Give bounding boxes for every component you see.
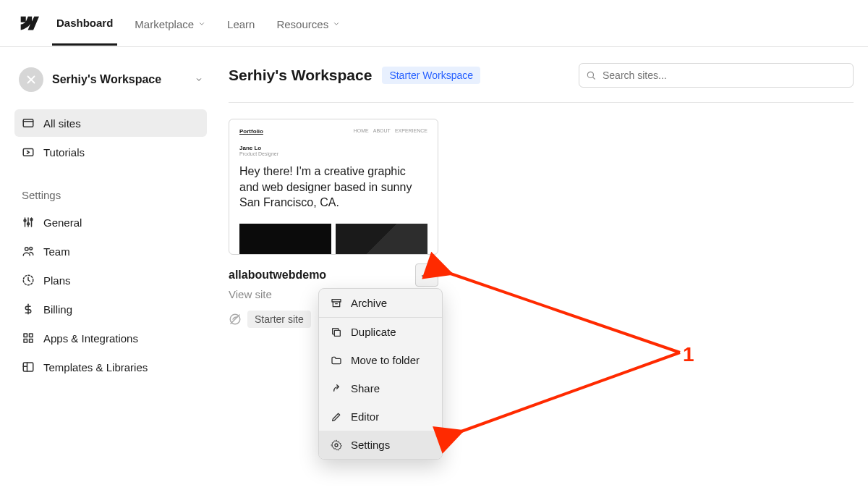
archive-icon [331,297,342,309]
sidebar-item-apps[interactable]: Apps & Integrations [14,324,207,352]
folder-icon [331,355,342,366]
webflow-logo[interactable] [17,12,39,34]
sidebar-settings: General Team Plans Billing Apps & Integr… [14,208,207,381]
gear-icon [331,439,342,451]
site-name: allaboutwebdemo [229,269,415,282]
dropdown-label: Archive [351,297,387,309]
dropdown-editor[interactable]: Editor [319,402,442,431]
dropdown-archive[interactable]: Archive [319,289,442,317]
duplicate-icon [331,326,342,338]
pencil-icon [331,411,342,423]
sidebar-item-label: Team [43,245,70,258]
more-options-button[interactable]: … [415,263,438,287]
sliders-icon [22,216,35,229]
dropdown-move-folder[interactable]: Move to folder [319,346,442,374]
sidebar-item-label: Tutorials [43,146,85,159]
search-container [579,63,854,88]
main-header: Serhiy's Workspace Starter Workspace [229,63,854,103]
plans-icon [22,274,35,287]
thumb-person: Jane Lo [239,145,427,151]
search-icon [586,70,596,80]
dropdown-label: Share [351,382,380,394]
sidebar-item-general[interactable]: General [14,208,207,236]
main-content: Serhiy's Workspace Starter Workspace Por… [214,47,868,415]
svg-line-25 [231,315,239,324]
svg-rect-18 [30,339,33,343]
nav-dashboard[interactable]: Dashboard [52,1,117,46]
nav-resources[interactable]: Resources [272,2,344,45]
nav-learn[interactable]: Learn [223,2,259,45]
annotation-number: 1 [683,343,694,366]
svg-line-23 [592,77,595,79]
chevron-down-icon [333,20,340,28]
dropdown-label: Duplicate [351,326,396,338]
sidebar-item-plans[interactable]: Plans [14,266,207,294]
dropdown-share[interactable]: Share [319,374,442,402]
chevron-down-icon [198,20,205,28]
settings-heading: Settings [14,183,207,208]
thumb-role: Product Designer [239,151,427,156]
sidebar-item-templates[interactable]: Templates & Libraries [14,353,207,381]
nav-label: Marketplace [135,18,194,30]
starter-badge: Starter site [247,311,311,328]
site-card-dropdown: Archive Duplicate Move to folder Share E… [318,288,443,460]
users-icon [22,245,35,258]
dropdown-label: Move to folder [351,354,420,366]
svg-rect-15 [24,334,27,337]
sidebar-nav: All sites Tutorials [14,109,207,166]
apps-icon [22,332,35,345]
layout-icon [22,360,35,374]
sidebar: Serhiy's Workspace All sites Tutorials S… [0,47,214,415]
sidebar-item-billing[interactable]: Billing [14,295,207,323]
dropdown-settings[interactable]: Settings [319,431,442,459]
sidebar-item-label: Plans [43,274,71,287]
sidebar-item-label: Billing [43,303,72,316]
svg-rect-26 [332,299,341,301]
search-input[interactable] [579,63,854,88]
page-title: Serhiy's Workspace [229,67,372,84]
dropdown-label: Editor [351,410,379,423]
nav-marketplace[interactable]: Marketplace [130,2,210,45]
nav-label: Resources [276,18,328,30]
svg-rect-28 [334,330,340,336]
unpublished-icon [229,313,242,326]
site-thumbnail[interactable]: Portfolio HOME ABOUT EXPERIENCE Jane Lo … [229,119,438,255]
svg-rect-17 [24,339,27,343]
sidebar-item-all-sites[interactable]: All sites [14,109,207,137]
workspace-avatar-icon [19,67,43,92]
sidebar-item-label: General [43,216,82,229]
dropdown-duplicate[interactable]: Duplicate [319,318,442,346]
chevron-down-icon [195,76,203,83]
sidebar-item-label: All sites [43,117,81,130]
workspace-badge: Starter Workspace [382,67,480,84]
sidebar-item-tutorials[interactable]: Tutorials [14,138,207,166]
sidebar-item-label: Templates & Libraries [43,361,148,374]
workspace-name: Serhiy's Workspace [52,73,187,86]
svg-point-29 [335,444,338,447]
browser-icon [22,117,35,130]
play-folder-icon [22,145,35,159]
svg-point-12 [30,247,33,250]
dollar-icon [22,303,35,316]
thumb-hero: Hey there! I'm a creative graphic and we… [239,164,427,211]
top-nav: Dashboard Marketplace Learn Resources [0,0,868,47]
share-icon [331,383,342,394]
workspace-switcher[interactable]: Serhiy's Workspace [14,64,207,95]
svg-point-11 [25,248,29,251]
sidebar-item-label: Apps & Integrations [43,332,138,345]
thumb-images [239,224,427,254]
thumb-menu: HOME ABOUT EXPERIENCE [354,128,427,135]
dropdown-label: Settings [351,439,390,451]
svg-rect-16 [30,334,33,337]
svg-rect-2 [23,119,33,127]
svg-rect-4 [23,149,33,156]
sidebar-item-team[interactable]: Team [14,237,207,265]
thumb-brand: Portfolio [239,128,263,135]
